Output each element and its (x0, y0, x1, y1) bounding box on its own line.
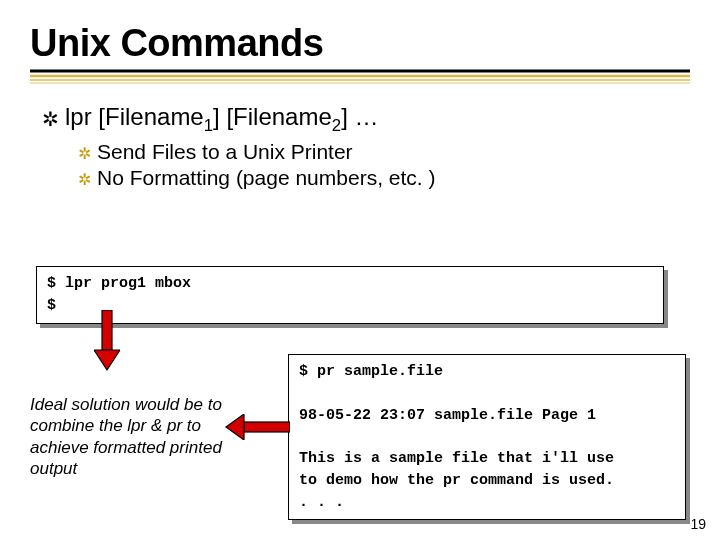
ornament-bullet-icon: ✲ (42, 107, 59, 131)
svg-rect-4 (102, 310, 112, 350)
arrow-down-icon (94, 310, 120, 372)
svg-marker-5 (94, 350, 120, 370)
bullet-level1: ✲ lpr [Filename1] [Filename2] … (0, 103, 720, 136)
annotation-note: Ideal solution would be to combine the l… (30, 394, 230, 479)
code-block-pr: $ pr sample.file 98-05-22 23:07 sample.f… (288, 354, 686, 520)
bullet-level2: ✲ Send Files to a Unix Printer (0, 140, 720, 164)
slide-title: Unix Commands (0, 0, 720, 69)
divider-line (30, 69, 690, 85)
code-block-lpr: $ lpr prog1 mbox $ (36, 266, 664, 324)
page-number: 19 (690, 516, 706, 532)
svg-rect-6 (244, 422, 290, 432)
arrow-left-icon (224, 414, 290, 440)
bullet-l1-text: lpr [Filename1] [Filename2] … (65, 103, 378, 136)
ornament-bullet-icon: ✲ (78, 144, 91, 163)
ornament-bullet-icon: ✲ (78, 170, 91, 189)
bullet-level2: ✲ No Formatting (page numbers, etc. ) (0, 166, 720, 190)
bullet-l2-text: No Formatting (page numbers, etc. ) (97, 166, 435, 190)
bullet-l2-text: Send Files to a Unix Printer (97, 140, 353, 164)
